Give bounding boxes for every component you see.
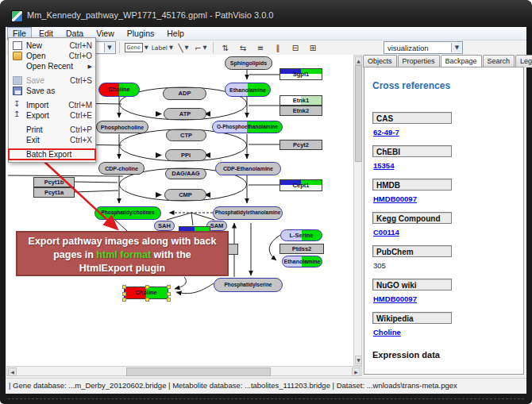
pathway-node-etnk1[interactable]: Etnk1 xyxy=(279,95,322,106)
selection-handle[interactable] xyxy=(122,285,126,289)
pathway-node-etnk2[interactable]: Etnk2 xyxy=(279,106,322,116)
file-menu-item-open[interactable]: OpenCtrl+O xyxy=(9,51,95,61)
file-menu-item-export[interactable]: ExportCtrl+E xyxy=(9,110,95,121)
pathway-node-cept1[interactable]: Cept1 xyxy=(279,179,322,191)
pathway-node-pcyt2[interactable]: Pcyt2 xyxy=(279,140,322,150)
crossref-link[interactable]: C00114 xyxy=(373,228,399,237)
pathway-node-cdp-ethanolamine[interactable]: CDP-Ethanolamine xyxy=(215,162,281,175)
title-bar: Mm_Kennedy_pathway_WP1771_45176.gpml - P… xyxy=(0,0,532,27)
pathway-node-phosphatidylcholines[interactable]: Phosphatidylcholines xyxy=(94,206,161,220)
backpage-section-cas: CAS62-49-7 xyxy=(372,112,523,145)
backpage-section-nugo-wiki: NuGO wikiHMDB00097 xyxy=(372,279,523,312)
menu-plugins[interactable]: Plugins xyxy=(121,27,160,40)
pathway-node-cmp[interactable]: CMP xyxy=(164,189,206,201)
chevron-down-icon[interactable]: ▼ xyxy=(169,44,173,51)
selection-handle[interactable] xyxy=(167,292,171,296)
pathway-node-ethanolamine[interactable]: Ethanolamine xyxy=(282,256,322,267)
selection-handle[interactable] xyxy=(145,298,149,302)
toolbar-separator xyxy=(213,42,214,53)
connector-tool-button[interactable]: ⌐ ▼ xyxy=(193,41,209,55)
pathway-node-dag-aag[interactable]: DAG/AAG xyxy=(165,168,206,179)
node-label: Phosphatidylethanolamine xyxy=(215,210,281,216)
file-menu-item-print[interactable]: PrintCtrl+P xyxy=(9,125,95,135)
file-menu-item-exit[interactable]: ExitCtrl+X xyxy=(9,135,95,145)
pathway-node-cdp-choline[interactable]: CDP-choline xyxy=(98,162,145,175)
align-center-button[interactable]: ⇅ xyxy=(218,41,233,55)
file-menu-item-save[interactable]: SaveCtrl+S xyxy=(9,75,95,86)
add-label-button[interactable]: Label ▼ xyxy=(151,41,174,55)
pathway-node-ptdss2[interactable]: Ptdss2 xyxy=(279,244,324,254)
chevron-down-icon[interactable]: ▼ xyxy=(184,44,188,51)
annotation-line2-suffix: with the xyxy=(151,249,191,260)
pathway-node-phosphocholine[interactable]: Phosphocholine xyxy=(96,121,148,133)
tab-properties[interactable]: Properties xyxy=(398,55,440,67)
chevron-down-icon[interactable]: ▼ xyxy=(203,44,207,51)
crossref-link[interactable]: 62-49-7 xyxy=(373,128,399,137)
pathway-node-atp[interactable]: ATP xyxy=(164,108,206,120)
file-menu-item-save-as[interactable]: Save as xyxy=(9,86,95,96)
pathway-node-choline[interactable]: Choline xyxy=(98,83,140,97)
common-width-button[interactable]: ⊟ xyxy=(287,41,303,55)
node-label: O-Phosphoethanolamine xyxy=(217,125,278,130)
chevron-down-icon[interactable]: ▼ xyxy=(145,44,148,51)
scroll-up-icon[interactable]: ▲ xyxy=(355,56,362,65)
chevron-down-icon[interactable]: ▼ xyxy=(451,43,462,52)
selection-handle[interactable] xyxy=(167,285,171,289)
align-middle-button[interactable]: ⇆ xyxy=(235,41,251,55)
canvas-vertical-scrollbar[interactable]: ▲ ▼ xyxy=(353,55,362,366)
open-icon xyxy=(13,52,22,60)
file-menu-item-import[interactable]: ImportCtrl+M xyxy=(9,100,95,110)
pathway-node-sah[interactable]: SAH xyxy=(154,221,175,231)
pathway-node-ctp[interactable]: CTP xyxy=(166,129,206,141)
pathway-node-pcyt1a[interactable]: Pcyt1a xyxy=(33,187,75,198)
file-menu-item-label: Save as xyxy=(26,87,55,95)
menu-help[interactable]: Help xyxy=(161,27,190,40)
line-tool-button[interactable]: ╲ ▼ xyxy=(175,41,191,55)
pathway-node-pcyt1b[interactable]: Pcyt1b xyxy=(33,177,75,187)
crossref-link[interactable]: HMDB00097 xyxy=(373,294,417,303)
selection-handle[interactable] xyxy=(145,285,149,289)
panel-tabs: ObjectsPropertiesBackpageSearchLegend xyxy=(363,55,532,67)
scroll-right-icon[interactable]: ▶ xyxy=(352,367,360,376)
distribute-vertical-button[interactable]: ∥ xyxy=(270,41,286,55)
pathway-node-l-serine[interactable]: L-Serine xyxy=(280,229,322,241)
pathway-node-sphingolipids[interactable]: Sphingolipids xyxy=(225,56,272,70)
canvas-horizontal-scrollbar[interactable]: ◀ ▶ xyxy=(6,366,362,376)
tab-search[interactable]: Search xyxy=(483,55,515,67)
window-title: Mm_Kennedy_pathway_WP1771_45176.gpml - P… xyxy=(27,10,273,20)
vertical-scroll-thumb[interactable] xyxy=(355,65,362,162)
node-label: Sphingolipids xyxy=(230,60,267,66)
tab-backpage[interactable]: Backpage xyxy=(441,55,482,67)
distribute-horizontal-button[interactable]: ≡ xyxy=(253,41,268,55)
selection-handle[interactable] xyxy=(122,292,126,296)
chevron-down-icon[interactable]: ▼ xyxy=(104,43,115,52)
file-menu-item-new[interactable]: NewCtrl+N xyxy=(9,40,95,51)
pathway-node-choline[interactable]: Choline xyxy=(124,287,168,299)
visualization-combobox[interactable]: visualization ▼ xyxy=(384,41,463,54)
pathway-node-o-phosphoethanolamine[interactable]: O-Phosphoethanolamine xyxy=(212,121,283,133)
node-label: ADP xyxy=(179,90,191,97)
crossref-link[interactable]: 15354 xyxy=(373,161,394,170)
pathway-node-ethanolamine[interactable]: Ethanolamine xyxy=(225,83,271,97)
tab-legend[interactable]: Legend xyxy=(515,55,532,67)
selection-handle[interactable] xyxy=(167,298,171,302)
common-height-button[interactable]: ⊞ xyxy=(305,41,321,55)
tab-objects[interactable]: Objects xyxy=(363,55,397,67)
node-label: CTP xyxy=(180,133,192,139)
pathway-node-adp[interactable]: ADP xyxy=(163,87,206,100)
file-menu-item-open-recent[interactable]: Open Recent▶ xyxy=(9,61,95,71)
crossref-link[interactable]: HMDB00097 xyxy=(373,194,417,203)
scroll-left-icon[interactable]: ◀ xyxy=(8,367,17,376)
pathway-node-phosphatidylethanolamine[interactable]: Phosphatidylethanolamine xyxy=(213,206,283,220)
file-menu-item-batch-export[interactable]: Batch Export xyxy=(9,149,95,160)
pathway-node-sgpl1[interactable]: Sgpl1 xyxy=(279,68,322,80)
node-label: Etnk1 xyxy=(293,98,309,104)
crossref-link[interactable]: Choline xyxy=(373,328,401,337)
pathway-node-phosphatidylserine[interactable]: Phosphatidylserine xyxy=(214,278,283,292)
node-label: SAM xyxy=(210,223,224,229)
pathway-node-ppi[interactable]: PPi xyxy=(165,149,206,161)
selection-handle[interactable] xyxy=(122,298,126,302)
scroll-down-icon[interactable]: ▼ xyxy=(355,356,362,364)
add-gene-button[interactable]: Gene ▼ xyxy=(124,41,149,55)
horizontal-scroll-thumb[interactable] xyxy=(126,367,271,376)
